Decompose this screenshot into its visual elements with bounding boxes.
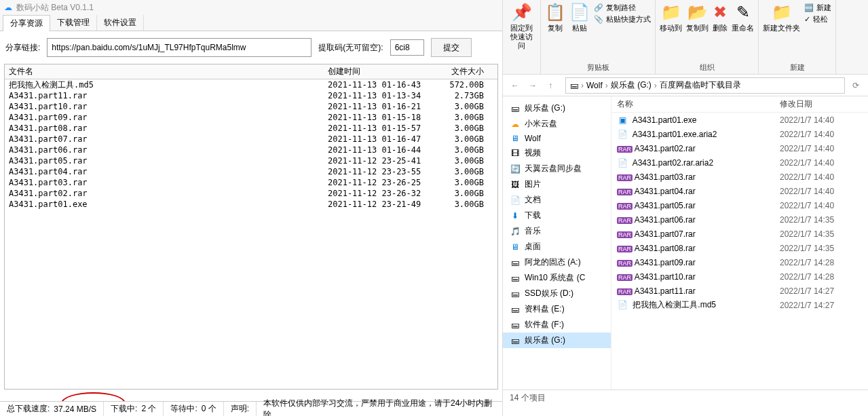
table-row[interactable]: A3431.part03.rar2021-11-12 23-26-253.00G…: [5, 177, 497, 188]
nav-item[interactable]: 🖴娱乐盘 (G:): [503, 100, 611, 116]
nav-icon: 🖥: [510, 242, 521, 252]
moveto-button[interactable]: 📁移动到: [660, 3, 682, 33]
path-icon: 🔗: [594, 3, 603, 12]
nav-item[interactable]: 🖴软件盘 (F:): [503, 317, 611, 333]
col-date[interactable]: 创建时间: [324, 66, 432, 77]
file-icon: 📄: [617, 300, 628, 309]
nav-pane[interactable]: 🖴娱乐盘 (G:)☁小米云盘🖥Wolf🎞视频🔄天翼云盘同步盘🖼图片📄文档⬇下载🎵…: [503, 96, 611, 390]
table-row[interactable]: A3431.part08.rar2021-11-13 01-15-573.00G…: [5, 123, 497, 134]
file-row[interactable]: RAR A3431.part11.rar2022/1/7 14:27: [611, 284, 868, 298]
forward-button[interactable]: →: [525, 77, 541, 94]
nav-icon: 🖥: [510, 134, 521, 143]
paste-button[interactable]: 📄粘贴: [569, 3, 590, 33]
copy-button[interactable]: 📋复制: [545, 3, 565, 33]
file-icon: 📄: [617, 158, 628, 168]
rename-icon: ✎: [736, 3, 750, 22]
nav-item[interactable]: 🖥桌面: [503, 239, 611, 254]
nav-item[interactable]: 🖴Win10 系统盘 (C: [503, 270, 611, 286]
nav-item[interactable]: 🖴阿龙的固态 (A:): [503, 254, 611, 270]
copy-path-button[interactable]: 🔗复制路径: [594, 3, 636, 13]
cloud-icon: ☁: [4, 3, 12, 12]
nav-item[interactable]: 🖥Wolf: [503, 132, 611, 145]
nav-item[interactable]: 🖴SSD娱乐 (D:): [503, 286, 611, 301]
nav-icon: 📄: [510, 195, 521, 205]
pin-button[interactable]: 📌固定到快速访问: [507, 3, 536, 50]
file-row[interactable]: RAR A3431.part03.rar2022/1/7 14:40: [611, 170, 868, 184]
share-url-input[interactable]: [47, 38, 312, 57]
new-folder-button[interactable]: 📁新建文件夹: [763, 3, 800, 33]
nav-item[interactable]: 🖼图片: [503, 176, 611, 192]
nav-item[interactable]: 🖴资料盘 (E:): [503, 301, 611, 317]
new-item-button[interactable]: 🆕新建: [804, 3, 831, 13]
delete-button[interactable]: ✖删除: [713, 3, 728, 33]
file-row[interactable]: RAR A3431.part07.rar2022/1/7 14:35: [611, 227, 868, 241]
copyto-icon: 📂: [687, 3, 708, 22]
rar-icon: RAR: [617, 274, 633, 281]
table-row[interactable]: A3431.part10.rar2021-11-13 01-16-213.00G…: [5, 101, 497, 112]
tab-download[interactable]: 下载管理: [50, 15, 97, 31]
copyto-button[interactable]: 📂复制到: [686, 3, 709, 33]
tab-share[interactable]: 分享资源: [3, 15, 50, 31]
nav-item[interactable]: ☁小米云盘: [503, 116, 611, 132]
file-row[interactable]: 📄 A3431.part02.rar.aria22022/1/7 14:40: [611, 155, 868, 170]
address-bar[interactable]: 🖴 › Wolf › 娱乐盘 (G:) › 百度网盘临时下载目录: [565, 77, 845, 94]
rename-button[interactable]: ✎重命名: [732, 3, 754, 33]
code-input[interactable]: [390, 39, 424, 56]
nav-item[interactable]: 🔄天翼云盘同步盘: [503, 161, 611, 176]
rar-icon: RAR: [617, 288, 633, 295]
table-row[interactable]: A3431.part09.rar2021-11-13 01-15-183.00G…: [5, 112, 497, 123]
table-row[interactable]: A3431.part02.rar2021-11-12 23-26-323.00G…: [5, 188, 497, 199]
table-row[interactable]: A3431.part07.rar2021-11-13 01-16-473.00G…: [5, 134, 497, 145]
nav-item[interactable]: 🎵音乐: [503, 223, 611, 239]
file-table: 文件名 创建时间 文件大小 把我拖入检测工具.md52021-11-13 01-…: [4, 64, 498, 390]
file-row[interactable]: 📄 把我拖入检测工具.md52022/1/7 14:27: [611, 298, 868, 312]
file-row[interactable]: RAR A3431.part06.rar2022/1/7 14:35: [611, 212, 868, 227]
file-row[interactable]: ▣ A3431.part01.exe2022/1/7 14:40: [611, 113, 868, 127]
rar-icon: RAR: [617, 260, 633, 267]
organize-label: 组织: [700, 61, 715, 73]
file-icon: 📄: [617, 130, 628, 139]
col-name[interactable]: 文件名: [5, 66, 324, 77]
paste-shortcut-button[interactable]: 📎粘贴快捷方式: [594, 14, 651, 24]
paste-icon: 📄: [569, 3, 590, 22]
nav-item[interactable]: 🎞视频: [503, 145, 611, 161]
titlebar: ☁ 数码小站 Beta V0.1.1: [0, 0, 502, 15]
nav-item[interactable]: 🖴娱乐盘 (G:): [503, 333, 611, 348]
file-row[interactable]: RAR A3431.part02.rar2022/1/7 14:40: [611, 141, 868, 155]
table-row[interactable]: A3431.part06.rar2021-11-13 01-16-443.00G…: [5, 145, 497, 155]
file-row[interactable]: RAR A3431.part04.rar2022/1/7 14:40: [611, 184, 868, 198]
fp-col-name[interactable]: 名称: [611, 98, 774, 110]
file-row[interactable]: RAR A3431.part09.rar2022/1/7 14:28: [611, 255, 868, 269]
nav-icon: 🎞: [510, 149, 521, 158]
notice-text: 本软件仅供内部学习交流，严禁用于商业用途，请于24小时内删除。: [263, 398, 495, 417]
nav-item[interactable]: ⬇下载: [503, 208, 611, 223]
file-row[interactable]: RAR A3431.part08.rar2022/1/7 14:35: [611, 241, 868, 255]
file-row[interactable]: RAR A3431.part10.rar2022/1/7 14:28: [611, 269, 868, 284]
table-row[interactable]: A3431.part01.exe2021-11-12 23-21-493.00G…: [5, 199, 497, 210]
table-row[interactable]: 把我拖入检测工具.md52021-11-13 01-16-43572.00B: [5, 79, 497, 90]
nav-icon: 🎵: [510, 227, 521, 236]
explorer-status: 14 个项目: [503, 390, 868, 406]
table-row[interactable]: A3431.part11.rar2021-11-13 01-13-342.73G…: [5, 90, 497, 101]
code-label: 提取码(无可留空):: [318, 42, 383, 54]
fp-header: 名称 修改日期: [611, 96, 868, 113]
bc-seg-0[interactable]: Wolf: [586, 81, 603, 90]
up-button[interactable]: ↑: [542, 77, 559, 94]
file-row[interactable]: RAR A3431.part05.rar2022/1/7 14:40: [611, 198, 868, 212]
nav-item[interactable]: 📄文档: [503, 192, 611, 208]
easy-access-button[interactable]: ✓轻松: [804, 14, 828, 24]
bc-seg-2[interactable]: 百度网盘临时下载目录: [660, 79, 741, 91]
new-icon: 🆕: [804, 3, 814, 12]
refresh-button[interactable]: ⟳: [848, 77, 864, 94]
folder-icon: 📁: [772, 3, 792, 22]
bc-seg-1[interactable]: 娱乐盘 (G:): [611, 79, 652, 91]
file-row[interactable]: 📄 A3431.part01.exe.aria22022/1/7 14:40: [611, 127, 868, 141]
back-button[interactable]: ←: [507, 77, 523, 94]
fp-col-date[interactable]: 修改日期: [774, 98, 868, 110]
tab-settings[interactable]: 软件设置: [97, 15, 144, 31]
dl-label: 下载中:: [111, 403, 137, 415]
col-size[interactable]: 文件大小: [432, 66, 497, 77]
submit-button[interactable]: 提交: [431, 38, 472, 57]
table-row[interactable]: A3431.part04.rar2021-11-12 23-23-553.00G…: [5, 166, 497, 177]
table-row[interactable]: A3431.part05.rar2021-11-12 23-25-413.00G…: [5, 155, 497, 166]
